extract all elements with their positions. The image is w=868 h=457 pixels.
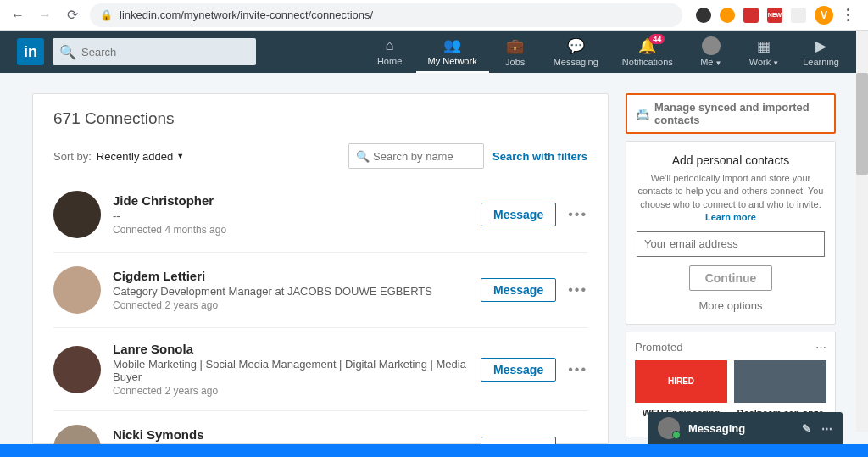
nav-jobs[interactable]: 💼Jobs [489,31,542,73]
connection-since: Connected 2 years ago [113,385,481,397]
people-icon: 👥 [443,36,461,54]
linkedin-logo[interactable]: in [17,38,44,65]
browser-toolbar: ← → ⟳ 🔒 linkedin.com/mynetwork/invite-co… [0,0,868,31]
add-contacts-title: Add personal contacts [637,153,825,167]
connection-name[interactable]: Lanre Sonola [113,342,481,356]
search-input[interactable] [81,46,249,59]
connection-row: Nicki Symonds Retail Recruitment & Proje… [53,411,587,444]
contacts-icon: 📇 [636,108,649,120]
connection-headline: -- [113,209,481,222]
back-button[interactable]: ← [8,6,27,25]
home-icon: ⌂ [385,37,393,54]
compose-icon[interactable]: ✎ [802,422,811,435]
briefcase-icon: 💼 [506,37,524,55]
connection-name[interactable]: Jide Christopher [113,193,481,208]
connection-row: Lanre Sonola Mobile Marketing | Social M… [53,328,587,411]
add-contacts-desc: We'll periodically import and store your… [637,172,825,225]
more-icon[interactable]: ••• [568,282,587,298]
connection-since: Connected 2 years ago [113,299,481,311]
connection-name[interactable]: Nicki Symonds [113,427,481,442]
message-button[interactable]: Message [481,437,556,444]
linkedin-nav: in 🔍 ⌂Home 👥My Network 💼Jobs 💬Messaging … [0,31,868,73]
nav-home[interactable]: ⌂Home [364,31,416,73]
add-contacts-card: Add personal contacts We'll periodically… [626,141,836,325]
connection-avatar[interactable] [53,266,101,314]
grid-icon: ▦ [757,37,771,55]
extension-icon[interactable] [696,8,711,23]
notification-badge: 44 [649,34,665,44]
connection-avatar[interactable] [53,191,101,238]
forward-button[interactable]: → [36,6,54,25]
extension-icon[interactable] [720,8,735,23]
more-icon[interactable]: ⋯ [821,422,832,435]
more-icon[interactable]: ••• [568,362,587,377]
bell-icon: 🔔44 [638,37,656,55]
connection-headline: Mobile Marketing | Social Media Manageme… [113,358,481,383]
extension-icon[interactable]: NEW [767,8,782,23]
browser-menu-icon[interactable] [842,8,854,21]
nav-messaging[interactable]: 💬Messaging [542,31,610,73]
global-search[interactable]: 🔍 [53,38,256,65]
chat-icon: 💬 [567,37,585,55]
nav-learning[interactable]: ▶Learning [791,31,851,73]
profile-avatar[interactable]: V [815,6,833,25]
sort-dropdown[interactable]: Recently added▼ [97,150,184,163]
search-filters-link[interactable]: Search with filters [492,150,587,163]
search-by-name-input[interactable] [373,150,476,163]
reload-button[interactable]: ⟳ [63,6,81,25]
promo-image [734,360,826,403]
tray-title: Messaging [688,422,745,435]
connection-name[interactable]: Cigdem Lettieri [113,269,481,283]
more-icon[interactable]: ••• [568,441,587,444]
connection-avatar[interactable] [53,346,101,393]
search-icon: 🔍 [356,150,370,163]
play-icon: ▶ [815,37,826,55]
url-text: linkedin.com/mynetwork/invite-connect/co… [120,8,373,21]
sort-label: Sort by: [53,150,92,163]
manage-contacts-link[interactable]: 📇 Manage synced and imported contacts [626,93,836,134]
connection-row: Cigdem Lettieri Category Development Man… [53,253,587,328]
chevron-down-icon: ▼ [176,152,184,160]
search-by-name[interactable]: 🔍 [348,143,484,169]
promoted-label: Promoted [635,341,682,354]
connections-panel: 671 Connections Sort by: Recently added▼… [32,93,609,444]
extension-icon[interactable] [743,8,759,23]
extension-icon[interactable] [791,8,806,23]
tray-avatar [658,417,680,439]
chevron-down-icon: ▼ [772,59,779,67]
scrollbar-thumb[interactable] [856,73,868,175]
scrollbar-track[interactable] [856,31,868,432]
message-button[interactable]: Message [481,203,556,226]
chevron-down-icon: ▼ [715,59,721,67]
connection-avatar[interactable] [53,425,101,444]
message-button[interactable]: Message [481,358,556,382]
promo-image: HIRED [635,360,727,403]
messaging-tray[interactable]: Messaging ✎ ⋯ [648,412,843,444]
connection-row: Jide Christopher -- Connected 4 months a… [53,177,587,253]
extension-icons: NEW V [691,6,860,25]
message-button[interactable]: Message [481,278,556,302]
more-icon[interactable]: ••• [568,207,587,222]
nav-work[interactable]: ▦Work▼ [737,31,791,73]
me-avatar [702,36,721,55]
address-bar[interactable]: 🔒 linkedin.com/mynetwork/invite-connect/… [90,3,682,27]
connection-headline: Category Development Manager at JACOBS D… [113,285,481,298]
page-title: 671 Connections [33,109,608,140]
nav-me[interactable]: Me▼ [685,31,737,73]
nav-network[interactable]: 👥My Network [416,31,489,73]
nav-notifications[interactable]: 🔔44Notifications [610,31,685,73]
more-options-link[interactable]: More options [637,299,825,312]
search-icon: 🔍 [59,44,76,60]
lock-icon: 🔒 [100,9,113,21]
email-input[interactable] [637,231,825,257]
continue-button[interactable]: Continue [689,265,773,291]
connection-since: Connected 4 months ago [113,224,481,236]
connection-headline: Retail Recruitment & Project Manager at … [113,443,481,444]
learn-more-link[interactable]: Learn more [705,212,756,222]
more-icon[interactable]: ⋯ [815,341,826,354]
